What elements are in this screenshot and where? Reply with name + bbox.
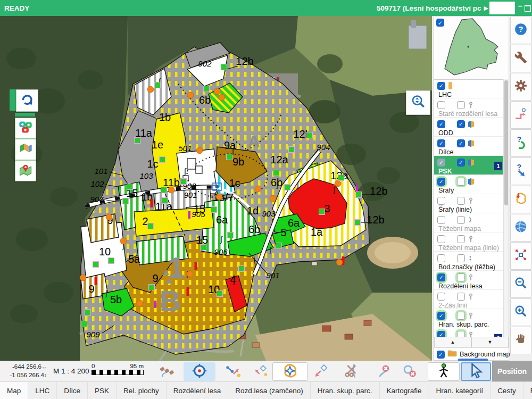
orange-dot-marker[interactable] <box>216 194 222 200</box>
green-square-marker[interactable] <box>221 64 227 70</box>
layer-edit-checkbox[interactable] <box>457 312 465 320</box>
green-square-marker[interactable] <box>109 258 114 264</box>
layer-item[interactable]: 2-Zás.linií <box>434 290 509 309</box>
green-square-marker[interactable] <box>211 207 217 213</box>
red-tick-marker[interactable] <box>151 199 153 207</box>
layer-visibility-checkbox[interactable]: ✓ <box>437 120 445 128</box>
help-button[interactable]: ? <box>510 16 531 44</box>
locate-button[interactable] <box>15 160 36 181</box>
red-tick-marker[interactable] <box>187 287 189 296</box>
layer-item[interactable]: Těžební mapa <box>434 213 509 232</box>
query-area-button[interactable]: ? <box>510 129 531 157</box>
orange-dot-marker[interactable] <box>219 94 225 101</box>
layer-item[interactable]: ✓✓ODD <box>434 118 509 137</box>
orange-dot-marker[interactable] <box>147 86 154 93</box>
scroll-up-button[interactable]: ▲ <box>434 337 471 347</box>
green-square-marker[interactable] <box>81 321 87 327</box>
green-square-marker[interactable] <box>201 245 206 251</box>
layers-map-button[interactable] <box>15 139 36 160</box>
green-square-marker[interactable] <box>161 187 167 193</box>
layer-name[interactable]: Šrafy (linie) <box>437 205 509 214</box>
refresh-tab[interactable] <box>10 89 16 111</box>
layer-edit-checkbox[interactable] <box>457 254 465 262</box>
layer-name[interactable]: LHC <box>437 90 509 99</box>
layer-visibility-checkbox[interactable]: ✓ <box>437 139 445 147</box>
query-arrow-button[interactable]: ? <box>510 157 531 185</box>
tab-kartografie[interactable]: Kartografie <box>380 382 429 399</box>
refresh-area-button[interactable] <box>510 186 531 213</box>
layer-edit-checkbox[interactable] <box>457 216 465 224</box>
green-square-marker[interactable] <box>217 291 223 297</box>
orange-dot-marker[interactable] <box>106 214 112 220</box>
layer-item[interactable]: ✓✓PSK1 <box>434 156 509 175</box>
zoom-out-button[interactable] <box>510 270 531 298</box>
layer-name[interactable]: Šrafy <box>437 186 509 195</box>
restore-window-button[interactable] <box>525 5 531 12</box>
tab-d-lce[interactable]: Dílce <box>57 382 88 399</box>
green-square-marker[interactable] <box>276 243 282 249</box>
green-square-marker[interactable] <box>356 192 362 198</box>
green-square-marker[interactable] <box>227 154 232 160</box>
tab-hran-kategori-[interactable]: Hran. kategorií <box>429 382 491 399</box>
green-square-marker[interactable] <box>135 138 140 144</box>
layer-item[interactable]: Šrafy (linie) <box>434 194 509 213</box>
green-square-marker[interactable] <box>307 132 313 138</box>
target-button[interactable] <box>184 362 215 381</box>
magenta-tick-marker[interactable] <box>154 301 156 308</box>
wrench-button[interactable] <box>510 45 531 72</box>
tab-psk[interactable]: PSK <box>88 382 117 399</box>
layer-visibility-checkbox[interactable]: ✓ <box>437 159 445 167</box>
layer-visibility-checkbox[interactable]: ✓ <box>437 312 445 320</box>
route-edit-button[interactable] <box>220 362 247 381</box>
layer-item[interactable]: Bod.značky (těžba) <box>434 252 509 271</box>
layer-item[interactable]: ✓✓Dílce <box>434 137 509 156</box>
position-button[interactable]: Position <box>492 361 532 381</box>
tab-hran-skup-parc-[interactable]: Hran. skup. parc. <box>311 382 380 399</box>
layer-visibility-checkbox[interactable] <box>437 197 445 205</box>
layer-edit-checkbox[interactable] <box>457 178 465 186</box>
map-canvas[interactable]: ʃʃʃʃʃʃʃʃʃʃʃʃ A1B 12b6b11a1b1e9a12b1c9b12… <box>0 16 432 361</box>
layer-visibility-checkbox[interactable] <box>437 235 445 243</box>
green-square-marker[interactable] <box>93 262 99 268</box>
layer-name[interactable]: Dílce <box>437 148 509 156</box>
layer-edit-checkbox[interactable] <box>457 331 465 337</box>
title-white-box[interactable] <box>489 2 515 14</box>
layer-edit-checkbox[interactable]: ✓ <box>457 120 465 128</box>
magenta-tick-marker[interactable] <box>188 211 190 219</box>
pan-hand-button[interactable] <box>510 327 531 354</box>
tab-rel-plochy[interactable]: Rel. plochy <box>117 382 167 399</box>
map-viewport[interactable]: ʃʃʃʃʃʃʃʃʃʃʃʃ A1B 12b6b11a1b1e9a12b1c9b12… <box>0 16 432 361</box>
person-button[interactable] <box>428 362 460 381</box>
red-tick-marker[interactable] <box>95 277 97 285</box>
satellite-button[interactable] <box>156 362 179 381</box>
layer-item[interactable]: ✓Rozdělení lesa <box>434 271 509 290</box>
gear-button[interactable] <box>510 73 531 101</box>
layer-name[interactable]: Rozdělení lesa <box>437 282 509 290</box>
layer-visibility-checkbox[interactable]: ✓ <box>437 331 445 337</box>
background-map-checkbox[interactable]: ✓ <box>437 351 445 359</box>
layer-item[interactable]: ✓2 <box>434 328 509 337</box>
layer-name[interactable]: Hran. skup. parc. <box>437 320 509 329</box>
green-square-marker[interactable] <box>160 157 165 163</box>
layer-name[interactable]: Staré rozdělení lesa <box>437 110 509 118</box>
orange-dot-marker[interactable] <box>187 271 193 277</box>
layer-edit-checkbox[interactable] <box>457 101 465 109</box>
green-square-marker[interactable] <box>155 82 161 88</box>
layer-edit-checkbox[interactable]: ✓ <box>457 139 465 147</box>
layer-name[interactable]: Těžební mapa <box>437 225 509 233</box>
orange-dot-marker[interactable] <box>336 259 343 265</box>
orange-dot-marker[interactable] <box>168 187 174 193</box>
layer-visibility-checkbox[interactable]: ✓ <box>437 178 445 186</box>
layer-item[interactable]: Staré rozdělení lesa <box>434 98 509 118</box>
add-features-button[interactable] <box>15 118 36 139</box>
green-square-marker[interactable] <box>289 147 295 153</box>
layer-item[interactable]: ✓Šrafy <box>434 175 509 194</box>
select-arrow-button[interactable] <box>461 362 491 381</box>
green-square-marker[interactable] <box>127 184 133 190</box>
green-square-marker[interactable] <box>355 220 361 226</box>
orange-dot-marker[interactable] <box>196 147 203 154</box>
green-square-marker[interactable] <box>204 86 210 92</box>
tab-cesty[interactable]: Cesty <box>491 382 523 399</box>
delete-line-button[interactable] <box>372 362 396 381</box>
tab-fousy[interactable]: Fousy <box>523 382 532 399</box>
